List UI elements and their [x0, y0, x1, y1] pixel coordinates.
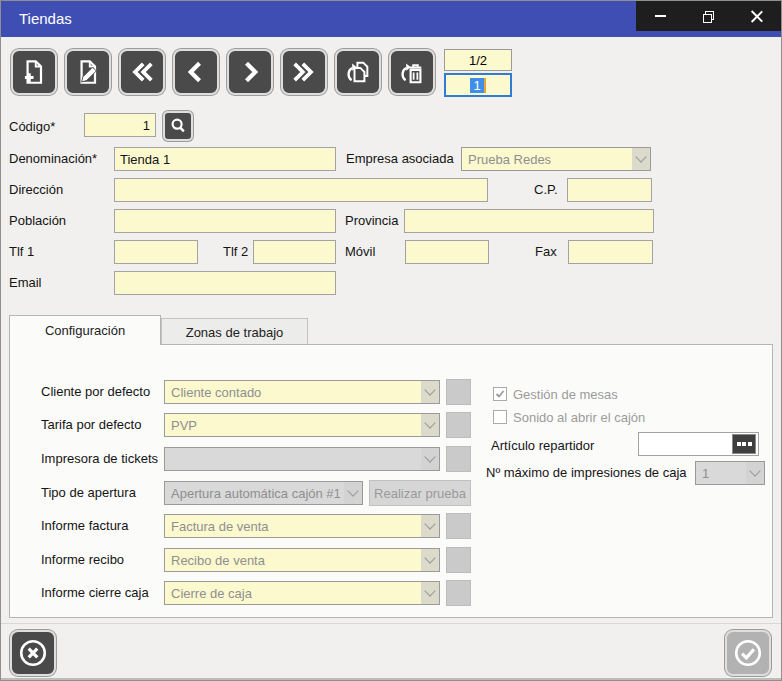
- chevron-down-icon: [632, 148, 650, 170]
- minimize-icon: [655, 15, 666, 17]
- chevron-double-left-icon: [128, 58, 156, 86]
- tiendas-window: Tiendas: [0, 0, 782, 681]
- delete-record-button[interactable]: [389, 49, 435, 95]
- codigo-label: Código*: [9, 119, 55, 134]
- window-title: Tiendas: [19, 10, 72, 27]
- direccion-field[interactable]: [114, 178, 488, 202]
- page-indicator: 1/2: [444, 49, 512, 71]
- circle-check-icon: [733, 638, 763, 668]
- poblacion-field[interactable]: [114, 209, 336, 233]
- provincia-label: Provincia: [345, 213, 398, 228]
- informe-factura-select[interactable]: Factura de venta: [164, 514, 440, 538]
- cancel-button[interactable]: [10, 630, 56, 676]
- chevron-down-icon: [421, 582, 439, 604]
- gestion-de-mesas-label: Gestión de mesas: [513, 387, 618, 402]
- search-button[interactable]: [163, 111, 193, 141]
- copy-pages-arrow-icon: [344, 58, 372, 86]
- poblacion-label: Población: [9, 213, 66, 228]
- bottom-divider: [1, 623, 781, 624]
- email-label: Email: [9, 275, 42, 290]
- cliente-por-defecto-aux-button[interactable]: [446, 379, 471, 405]
- tarifa-por-defecto-label: Tarifa por defecto: [41, 417, 141, 432]
- chevron-down-icon: [421, 515, 439, 537]
- previous-record-button[interactable]: [173, 49, 219, 95]
- chevron-right-icon: [236, 58, 264, 86]
- chevron-down-icon: [421, 414, 439, 436]
- document-plus-icon: [20, 58, 48, 86]
- tab-configuracion[interactable]: Configuración: [9, 315, 161, 345]
- tab-zonas-de-trabajo[interactable]: Zonas de trabajo: [161, 318, 308, 345]
- movil-field[interactable]: [405, 240, 489, 264]
- copy-record-button[interactable]: [335, 49, 381, 95]
- impresora-de-tickets-select[interactable]: [164, 447, 440, 471]
- cliente-por-defecto-label: Cliente por defecto: [41, 384, 150, 399]
- tarifa-por-defecto-aux-button[interactable]: [446, 412, 471, 438]
- restore-button[interactable]: [684, 1, 732, 31]
- tlf2-label: Tlf 2: [223, 244, 248, 259]
- sonido-cajon-checkbox[interactable]: [493, 410, 507, 424]
- chevron-down-icon: [421, 381, 439, 403]
- ok-button[interactable]: [725, 630, 771, 676]
- ellipsis-button[interactable]: [732, 434, 756, 454]
- dot-icon: [742, 442, 746, 446]
- articulo-repartidor-field[interactable]: [638, 432, 759, 456]
- circle-x-icon: [18, 638, 48, 668]
- window-controls: [636, 1, 781, 31]
- tarifa-por-defecto-select[interactable]: PVP: [164, 413, 440, 437]
- impresora-de-tickets-label: Impresora de tickets: [41, 451, 158, 466]
- informe-factura-label: Informe factura: [41, 518, 128, 533]
- dot-icon: [748, 442, 752, 446]
- provincia-field[interactable]: [404, 209, 654, 233]
- document-pencil-icon: [74, 58, 102, 86]
- chevron-down-icon: [746, 462, 764, 484]
- edit-record-button[interactable]: [65, 49, 111, 95]
- minimize-button[interactable]: [636, 1, 684, 31]
- max-impresiones-label: Nº máximo de impresiones de caja: [486, 465, 687, 480]
- impresora-de-tickets-aux-button[interactable]: [446, 446, 471, 472]
- tlf2-field[interactable]: [253, 240, 336, 264]
- restore-icon: [703, 11, 713, 21]
- informe-recibo-select[interactable]: Recibo de venta: [164, 548, 440, 572]
- record-number-input[interactable]: 1: [444, 73, 512, 97]
- codigo-field[interactable]: 1: [84, 113, 156, 137]
- direccion-label: Dirección: [9, 182, 63, 197]
- informe-cierre-caja-label: Informe cierre caja: [41, 585, 149, 600]
- close-icon: [751, 10, 763, 22]
- close-button[interactable]: [733, 1, 781, 31]
- informe-cierre-caja-aux-button[interactable]: [446, 580, 471, 606]
- search-icon: [169, 117, 187, 135]
- next-record-button[interactable]: [227, 49, 273, 95]
- max-impresiones-select[interactable]: 1: [695, 461, 765, 485]
- tipo-de-apertura-select[interactable]: Apertura automática cajón #1: [164, 481, 363, 505]
- empresa-asociada-label: Empresa asociada: [346, 151, 454, 166]
- record-number-value: 1: [470, 78, 485, 93]
- tlf1-field[interactable]: [114, 240, 198, 264]
- tlf1-label: Tlf 1: [9, 244, 34, 259]
- informe-cierre-caja-select[interactable]: Cierre de caja: [164, 581, 440, 605]
- chevron-down-icon: [421, 549, 439, 571]
- last-record-button[interactable]: [281, 49, 327, 95]
- dot-icon: [737, 442, 741, 446]
- trash-arrow-icon: [398, 58, 426, 86]
- cp-field[interactable]: [567, 178, 652, 202]
- realizar-prueba-button[interactable]: Realizar prueba: [369, 480, 471, 506]
- chevron-down-icon: [344, 482, 362, 504]
- new-record-button[interactable]: [11, 49, 57, 95]
- informe-recibo-aux-button[interactable]: [446, 547, 471, 573]
- informe-factura-aux-button[interactable]: [446, 513, 471, 539]
- empresa-asociada-select[interactable]: Prueba Redes: [461, 147, 651, 171]
- denominacion-field[interactable]: Tienda 1: [114, 147, 336, 171]
- check-icon: [495, 389, 505, 399]
- articulo-repartidor-label: Artículo repartidor: [491, 438, 594, 453]
- sonido-cajon-label: Sonido al abrir el cajón: [513, 410, 645, 425]
- cliente-por-defecto-select[interactable]: Cliente contado: [164, 380, 440, 404]
- first-record-button[interactable]: [119, 49, 165, 95]
- informe-recibo-label: Informe recibo: [41, 552, 124, 567]
- gestion-de-mesas-checkbox[interactable]: [493, 387, 507, 401]
- movil-label: Móvil: [345, 244, 375, 259]
- email-field[interactable]: [114, 271, 336, 295]
- tipo-de-apertura-label: Tipo de apertura: [41, 485, 136, 500]
- chevron-double-right-icon: [290, 58, 318, 86]
- cp-label: C.P.: [534, 182, 558, 197]
- fax-field[interactable]: [568, 240, 653, 264]
